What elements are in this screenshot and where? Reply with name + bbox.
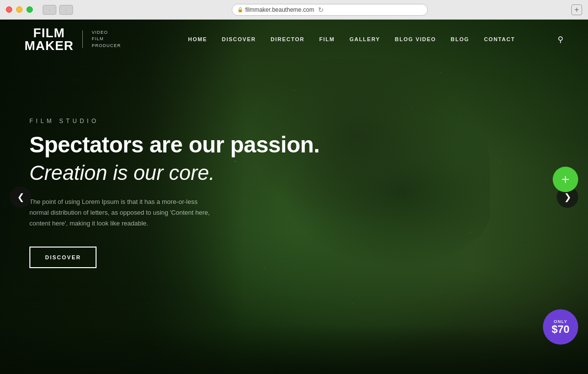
hero-content: FILM STUDIO Spectators are our passion. …	[29, 118, 319, 268]
nav-item-film[interactable]: FILM	[319, 36, 335, 42]
lock-icon: 🔒	[237, 7, 243, 12]
navbar: FILM MAKER VIDEO FILM PRODUCER HOME DISC…	[0, 20, 588, 59]
slider-prev-button[interactable]: ❮	[10, 186, 31, 208]
chevron-right-icon: ❯	[564, 192, 571, 202]
nav-links: HOME DISCOVER DIRECTOR FILM GALLERY BLOG…	[150, 36, 553, 42]
price-amount: $70	[552, 324, 570, 335]
hero-body-text: The point of using Lorem Ipsum is that i…	[29, 197, 216, 229]
chevron-left-icon: ❮	[17, 192, 24, 202]
plus-button[interactable]: +	[553, 167, 578, 192]
nav-item-contact[interactable]: CONTACT	[484, 36, 515, 42]
nav-item-director[interactable]: DIRECTOR	[270, 36, 304, 42]
nav-item-discover[interactable]: DISCOVER	[222, 36, 256, 42]
nav-item-gallery[interactable]: GALLERY	[349, 36, 380, 42]
maximize-button[interactable]	[26, 6, 33, 13]
search-icon[interactable]: ⚲	[558, 35, 564, 44]
hero-title-bold: Spectators are our passion.	[29, 132, 319, 157]
mac-titlebar: ‹ › 🔒 filmmaker.beautheme.com ↻ +	[0, 0, 588, 20]
hero-eyebrow: FILM STUDIO	[29, 118, 319, 125]
minimize-button[interactable]	[16, 6, 23, 13]
price-badge[interactable]: ONLY $70	[543, 309, 578, 345]
logo-line2: FILM	[92, 36, 121, 43]
nav-item-blog[interactable]: BLOG	[451, 36, 469, 42]
nav-item-home[interactable]: HOME	[188, 36, 207, 42]
close-button[interactable]	[6, 6, 12, 13]
logo-line1: VIDEO	[92, 29, 121, 36]
forward-button[interactable]: ›	[59, 5, 73, 15]
refresh-button[interactable]: ↻	[318, 6, 324, 14]
logo-text: FILM MAKER	[24, 26, 74, 52]
logo-subtitle: VIDEO FILM PRODUCER	[92, 29, 121, 50]
nav-item-blog-video[interactable]: BLOG VIDEO	[395, 36, 436, 42]
logo-line3: PRODUCER	[92, 43, 121, 50]
plus-icon: +	[562, 173, 569, 186]
website-container: FILM MAKER VIDEO FILM PRODUCER HOME DISC…	[0, 20, 588, 374]
hero-title-italic: Creation is our core.	[29, 161, 319, 185]
address-bar[interactable]: 🔒 filmmaker.beautheme.com ↻	[232, 4, 428, 16]
logo-divider	[82, 30, 83, 48]
add-tab-button[interactable]: +	[571, 4, 582, 15]
url-text: filmmaker.beautheme.com	[245, 6, 315, 13]
discover-button[interactable]: DISCOVER	[29, 247, 97, 268]
logo[interactable]: FILM MAKER VIDEO FILM PRODUCER	[24, 26, 121, 52]
back-button[interactable]: ‹	[43, 5, 56, 15]
bottom-gradient-overlay	[0, 325, 588, 374]
